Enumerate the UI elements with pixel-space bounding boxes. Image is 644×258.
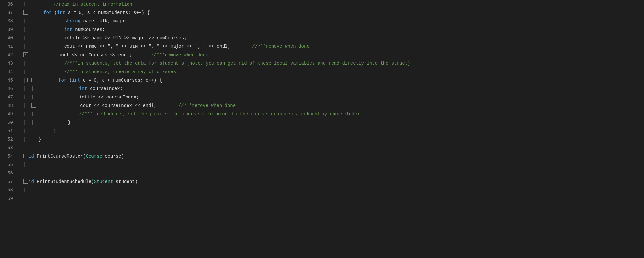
code-line: -|| cout << numCourses << endl; //***rem… <box>23 51 638 59</box>
line-number: 42 <box>0 51 13 59</box>
fold-icon[interactable]: - <box>23 52 28 57</box>
line-number: 47 <box>0 93 13 101</box>
line-number: 59 <box>0 194 13 203</box>
code-line: || //***in students, create array of cla… <box>23 68 638 76</box>
line-number: 44 <box>0 68 13 76</box>
code-line <box>23 169 638 177</box>
line-number: 43 <box>0 59 13 68</box>
code-line: -id PrintCourseRoster(Course course) <box>23 152 638 161</box>
code-line: ||| } <box>23 118 638 127</box>
code-content: || //read in student information-| for (… <box>17 0 644 258</box>
code-line: ||| //***in students, set the pointer fo… <box>23 110 638 118</box>
code-line: || int numCourses; <box>23 25 638 34</box>
line-number: 39 <box>0 25 13 34</box>
line-number: 41 <box>0 42 13 51</box>
code-line: |-| for (int c = 0; c < numCourses; c++)… <box>23 76 638 84</box>
line-numbers: 3637383940414243444546474849505152535455… <box>0 0 17 258</box>
code-line <box>23 194 638 203</box>
code-line: || cout << name << ", " << UIN << ", " <… <box>23 42 638 51</box>
line-number: 48 <box>0 101 13 110</box>
line-number: 58 <box>0 186 13 194</box>
code-line: ||| infile >> courseIndex; <box>23 93 638 101</box>
line-number: 37 <box>0 8 13 17</box>
code-line: || } <box>23 127 638 135</box>
fold-icon[interactable]: - <box>23 154 28 158</box>
code-line: ||- cout << courseIndex << endl; //***re… <box>23 101 638 110</box>
code-line: || string name, UIN, major; <box>23 17 638 25</box>
line-number: 55 <box>0 161 13 169</box>
line-number: 49 <box>0 110 13 118</box>
line-number: 56 <box>0 169 13 177</box>
code-line: -| for (int s = 0; s < numStudents; s++)… <box>23 8 638 17</box>
code-line: -id PrintStudentSchedule(Student student… <box>23 177 638 186</box>
line-number: 53 <box>0 144 13 152</box>
line-number: 40 <box>0 34 13 42</box>
line-number: 36 <box>0 0 13 8</box>
code-line: ||| int courseIndex; <box>23 84 638 93</box>
code-line: || //***in students, set the data for st… <box>23 59 638 68</box>
fold-icon[interactable]: - <box>23 179 28 184</box>
fold-icon[interactable]: - <box>23 10 28 15</box>
line-number: 38 <box>0 17 13 25</box>
fold-icon[interactable]: - <box>31 103 36 108</box>
code-line: | <box>23 186 638 194</box>
line-number: 46 <box>0 84 13 93</box>
fold-icon[interactable]: - <box>27 78 32 82</box>
line-number: 45 <box>0 76 13 84</box>
code-line: || //read in student information <box>23 0 638 8</box>
line-number: 50 <box>0 118 13 127</box>
code-line: | } <box>23 135 638 144</box>
code-editor: 3637383940414243444546474849505152535455… <box>0 0 644 258</box>
line-number: 54 <box>0 152 13 161</box>
code-line: | <box>23 161 638 169</box>
line-number: 51 <box>0 127 13 135</box>
code-line <box>23 144 638 152</box>
line-number: 57 <box>0 177 13 186</box>
line-number: 52 <box>0 135 13 144</box>
code-line: || infile >> name >> UIN >> major >> num… <box>23 34 638 42</box>
